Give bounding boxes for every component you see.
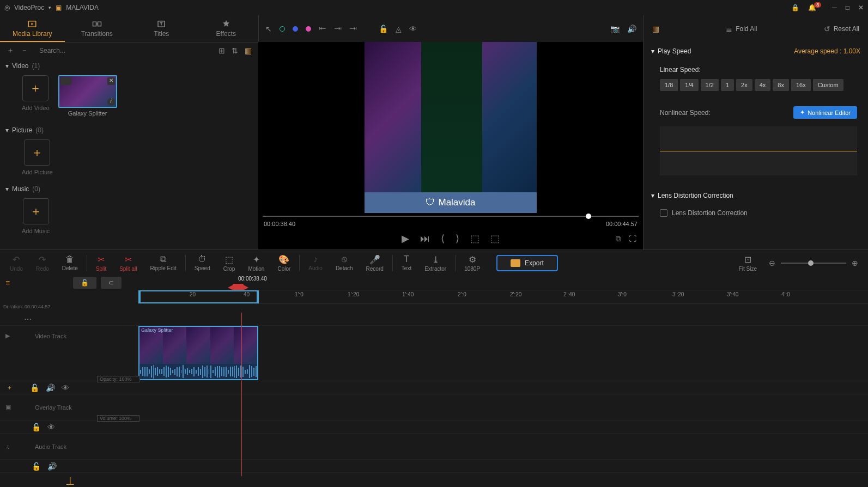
sort-icon[interactable]: ⇅ [232,46,238,55]
add-track-icon[interactable]: ＋ [7,383,13,392]
speed-custom[interactable]: Custom [813,79,843,91]
speed-1-2[interactable]: 1/2 [701,79,719,91]
minimize-button[interactable]: ─ [832,4,837,11]
split-all-button[interactable]: ✂Split all [113,254,143,272]
close-button[interactable]: ✕ [858,4,864,11]
speed-4x[interactable]: 4x [755,79,771,91]
lock-icon[interactable]: 🔒 [791,4,799,11]
search-input[interactable] [35,45,212,57]
remove-icon[interactable]: － [21,46,28,56]
track-lock-icon[interactable]: 🔓 [32,462,41,471]
track-mute-icon[interactable]: 🔊 [46,383,55,392]
delete-button[interactable]: 🗑Delete [56,254,84,271]
snapshot-icon[interactable]: 📷 [610,25,620,33]
tab-media-library[interactable]: Media Library [0,15,65,42]
speed-button[interactable]: ⏱Speed [188,254,217,271]
play-range-button[interactable]: ⏭ [420,233,430,245]
speed-1[interactable]: 1 [721,79,734,91]
add-icon[interactable]: ＋ [7,46,14,56]
safe-zone-icon[interactable]: ◬ [396,25,402,33]
reset-all-button[interactable]: Reset All [834,25,859,33]
fullscreen-icon[interactable]: ⛶ [629,234,636,243]
tab-transitions[interactable]: Transitions [65,15,130,42]
add-picture-button[interactable]: ＋ Add Picture [22,139,53,175]
undo-button[interactable]: ↶Undo [3,254,29,272]
fold-icon[interactable]: ≣ [726,25,732,33]
opacity-tag[interactable]: Opacity: 100% [97,376,140,382]
cursor-tool-icon[interactable]: ↖ [265,25,272,33]
track-visibility-icon[interactable]: 👁 [62,383,69,392]
fit-size-button[interactable]: ⊡Fit Size [732,254,763,272]
marker-blue[interactable] [293,26,298,32]
color-button[interactable]: 🎨Color [271,254,297,272]
detach-preview-icon[interactable]: ⧉ [616,234,621,244]
speed-8x[interactable]: 8x [773,79,789,91]
preview-viewport[interactable]: 🛡 Malavida [258,42,643,213]
clip-remove-icon[interactable]: ✕ [107,77,115,85]
playhead-line[interactable] [241,313,242,476]
section-lens-distortion[interactable]: ▾ Lens Distortion Correction [644,186,868,205]
section-picture[interactable]: ▾ Picture (0) [0,123,258,137]
resolution-button[interactable]: ⚙1080P [458,254,487,272]
speed-16x[interactable]: 16x [791,79,811,91]
magnet-button[interactable]: ⊂ [101,277,122,289]
maximize-button[interactable]: □ [846,4,849,11]
track-visibility-icon[interactable]: 👁 [47,423,55,431]
video-track[interactable]: ▶ Video Track Galaxy Splitter document.w… [0,326,868,381]
reset-icon[interactable]: ↺ [824,25,830,33]
record-button[interactable]: 🎤Record [360,254,390,272]
panel-layout-icon[interactable]: ▥ [245,46,252,55]
zoom-handle[interactable] [808,260,814,266]
detach-button[interactable]: ⎋Detach [329,254,360,271]
set-out-button[interactable]: ⬚ [490,233,500,245]
unlock-icon[interactable]: 🔓 [379,25,388,33]
add-track-button[interactable]: ⊥ [65,474,75,488]
section-play-speed[interactable]: ▾ Play Speed Average speed : 1.00X [644,42,868,60]
redo-button[interactable]: ↷Redo [29,254,56,272]
lens-checkbox[interactable] [660,209,667,217]
unlock-tracks-button[interactable]: 🔓 [73,277,96,289]
add-music-button[interactable]: ＋ Add Music [22,198,50,234]
seek-handle[interactable] [586,214,591,219]
preview-volume-icon[interactable]: 🔊 [627,25,636,33]
speed-curve-editor[interactable] [660,126,857,175]
set-in-button[interactable]: ⬚ [470,233,479,245]
zoom-slider[interactable] [781,263,846,264]
add-video-button[interactable]: ＋ Add Video [22,75,50,117]
visibility-icon[interactable]: 👁 [409,25,417,33]
save-icon[interactable]: ▣ [56,4,62,11]
export-button[interactable]: Export [496,255,558,271]
marker-magenta[interactable] [306,26,311,32]
next-frame-button[interactable]: ⟩ [456,233,459,245]
grid-view-icon[interactable]: ⊞ [218,46,225,55]
zoom-in-icon[interactable]: ⊕ [852,259,858,267]
marker-cyan[interactable] [280,26,285,32]
text-button[interactable]: TText [395,254,418,271]
notification-icon[interactable]: 🔔8 [808,4,823,11]
audio-button[interactable]: ♪Audio [302,254,329,271]
timeline-ruler[interactable]: 20 40 1':0 1':20 1':40 2':0 2':20 2':40 … [138,290,868,304]
dropdown-icon[interactable]: ▾ [48,5,51,10]
section-video[interactable]: ▾ Video (1) [0,59,258,73]
zoom-out-icon[interactable]: ⊖ [769,259,775,267]
tab-titles[interactable]: Titles [129,15,194,42]
snap-mid-icon[interactable]: ⭲ [334,25,342,33]
extractor-button[interactable]: ⤓Extractor [418,254,453,272]
timeline-clip[interactable]: Galaxy Splitter document.write(Array.fro… [138,326,258,380]
speed-2x[interactable]: 2x [736,79,752,91]
clip-info-icon[interactable]: i [107,98,115,106]
crop-button[interactable]: ⬚Crop [217,254,242,272]
snap-start-icon[interactable]: ⭰ [319,25,326,33]
track-menu-icon[interactable]: ⋯ [24,315,32,324]
fold-all-button[interactable]: Fold All [736,25,757,33]
tab-effects[interactable]: Effects [194,15,259,42]
volume-tag[interactable]: Volume: 100% [97,415,139,422]
split-button[interactable]: ✂Split [89,254,113,272]
motion-button[interactable]: ✦Motion [241,254,271,272]
track-lock-icon[interactable]: 🔓 [30,383,39,392]
audio-track[interactable]: ♫ Audio Track [0,434,868,460]
prev-frame-button[interactable]: ⟨ [441,233,445,245]
track-mute-icon[interactable]: 🔊 [47,462,57,471]
panel-toggle-icon[interactable]: ▥ [652,25,659,33]
seek-bar[interactable] [263,216,639,217]
